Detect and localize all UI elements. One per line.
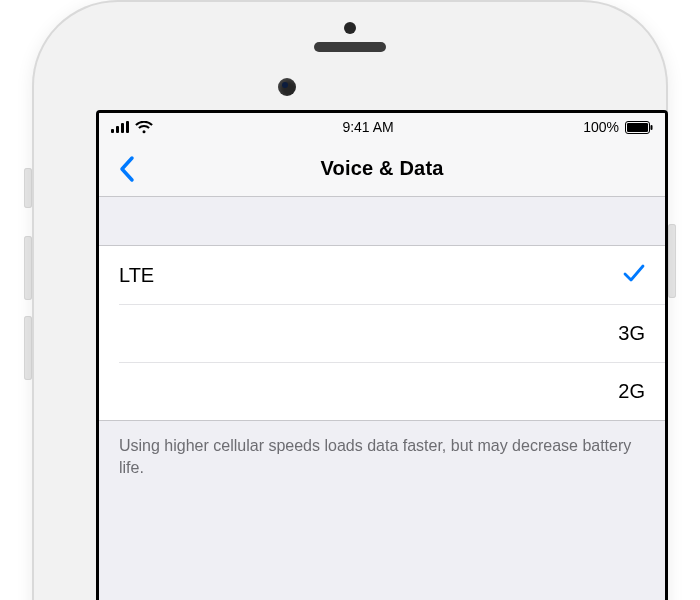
- option-label: 2G: [618, 380, 645, 403]
- option-2g[interactable]: 2G: [119, 362, 665, 420]
- option-label: 3G: [618, 322, 645, 345]
- front-camera-icon: [278, 78, 296, 96]
- volume-up-button: [24, 236, 32, 300]
- footer-note: Using higher cellular speeds loads data …: [99, 421, 665, 492]
- power-button: [668, 224, 676, 298]
- proximity-sensor-icon: [344, 22, 356, 34]
- volume-down-button: [24, 316, 32, 380]
- mute-switch: [24, 168, 32, 208]
- option-label: LTE: [119, 264, 154, 287]
- battery-percent: 100%: [583, 119, 619, 135]
- nav-bar: Voice & Data: [99, 141, 665, 197]
- checkmark-icon: [623, 264, 645, 287]
- svg-rect-2: [651, 125, 653, 130]
- nav-title: Voice & Data: [320, 157, 443, 180]
- voice-data-option-list: LTE 3G 2G: [99, 245, 665, 421]
- svg-rect-1: [627, 123, 648, 132]
- chevron-left-icon: [118, 155, 136, 183]
- back-button[interactable]: [105, 147, 149, 191]
- status-time: 9:41 AM: [342, 119, 393, 135]
- cellular-signal-icon: [111, 121, 129, 133]
- screen: 9:41 AM 100% Voice & Data: [96, 110, 668, 600]
- status-left: [111, 121, 153, 134]
- option-lte[interactable]: LTE: [99, 246, 665, 304]
- section-gap: [99, 197, 665, 245]
- wifi-icon: [135, 121, 153, 134]
- phone-frame: 9:41 AM 100% Voice & Data: [32, 0, 668, 600]
- status-right: 100%: [583, 119, 653, 135]
- status-bar: 9:41 AM 100%: [99, 113, 665, 141]
- option-3g[interactable]: 3G: [119, 304, 665, 362]
- battery-icon: [625, 121, 653, 134]
- earpiece-icon: [314, 42, 386, 52]
